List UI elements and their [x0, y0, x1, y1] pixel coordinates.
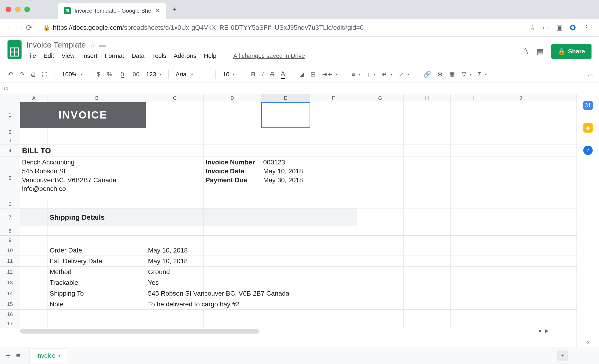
row-header-17[interactable]: 17: [0, 319, 20, 328]
cell-C4[interactable]: [146, 145, 204, 156]
explore-button[interactable]: ✦: [557, 350, 568, 361]
cell-J7[interactable]: [497, 208, 544, 226]
cell-J4[interactable]: [497, 145, 544, 156]
cell-C15[interactable]: To be delivered to cargo bay #2: [146, 299, 204, 310]
cell-A11[interactable]: [20, 256, 48, 266]
cell-E2[interactable]: [261, 128, 310, 136]
cell-A2[interactable]: [20, 128, 48, 136]
cell-D6[interactable]: [204, 200, 261, 208]
cell-F4[interactable]: [310, 145, 357, 156]
cell-E16[interactable]: [261, 310, 310, 319]
cell-G1[interactable]: [357, 102, 404, 128]
text-wrap-icon[interactable]: ↵: [379, 69, 395, 80]
cell-D8[interactable]: [204, 226, 261, 236]
cell-B16[interactable]: [48, 310, 146, 319]
row-header-13[interactable]: 13: [0, 277, 20, 288]
row-header-16[interactable]: 16: [0, 310, 20, 319]
cell-invoice-banner[interactable]: INVOICE: [20, 102, 146, 128]
chrome-menu-icon[interactable]: ⋮: [583, 24, 590, 31]
cell-A8[interactable]: [20, 226, 48, 236]
cell-C17[interactable]: [146, 319, 204, 328]
scroll-right-icon[interactable]: ▶: [543, 328, 551, 334]
v-align-icon[interactable]: ↓: [365, 69, 378, 80]
window-maximize[interactable]: [24, 7, 30, 12]
save-status[interactable]: All changes saved in Drive: [233, 52, 305, 60]
cell-F7[interactable]: [310, 208, 357, 226]
menu-view[interactable]: View: [62, 52, 75, 60]
cell-I6[interactable]: [450, 200, 497, 208]
cell-H14[interactable]: [404, 288, 450, 299]
cell-H12[interactable]: [404, 266, 450, 277]
cell-J6[interactable]: [497, 200, 544, 208]
row-header-2[interactable]: 2: [0, 128, 20, 136]
cell-J3[interactable]: [497, 136, 544, 145]
cell-D14[interactable]: [204, 288, 261, 299]
cell-F5[interactable]: [310, 156, 357, 200]
insert-comment-icon[interactable]: ⊕: [435, 69, 445, 80]
collapse-toolbar-icon[interactable]: ︿: [588, 71, 593, 78]
cell-D5[interactable]: Invoice Number Invoice Date Payment Due: [204, 156, 261, 200]
window-minimize[interactable]: [15, 7, 21, 12]
cell-F14[interactable]: [310, 288, 357, 299]
menu-file[interactable]: File: [26, 52, 36, 60]
column-header-F[interactable]: F: [310, 94, 357, 102]
cell-G7[interactable]: [357, 208, 404, 226]
cell-H11[interactable]: [404, 256, 450, 266]
font-size-dropdown[interactable]: 10: [220, 69, 239, 80]
insert-chart-icon[interactable]: ▦: [447, 69, 457, 80]
cell-J5[interactable]: [497, 156, 544, 200]
currency-icon[interactable]: $: [95, 69, 103, 80]
cell-G5[interactable]: [357, 156, 404, 200]
cell-E15[interactable]: [261, 299, 310, 310]
tasks-sidebar-icon[interactable]: ✓: [583, 146, 593, 155]
cell-G6[interactable]: [357, 200, 404, 208]
column-header-G[interactable]: G: [357, 94, 404, 102]
cell-I3[interactable]: [450, 136, 497, 145]
cell-G11[interactable]: [357, 256, 404, 266]
row-header-7[interactable]: 7: [0, 208, 20, 226]
borders-icon[interactable]: ⊞: [308, 69, 318, 80]
cell-E11[interactable]: [261, 256, 310, 266]
cells-area[interactable]: INVOICEBILL TOBench Accounting 545 Robso…: [20, 102, 577, 328]
cell-I11[interactable]: [450, 256, 497, 266]
cell-D1[interactable]: [204, 102, 261, 128]
undo-icon[interactable]: ↶: [6, 69, 16, 80]
cell-A4[interactable]: BILL TO: [20, 145, 48, 156]
cell-B2[interactable]: [48, 128, 146, 136]
cell-A16[interactable]: [20, 310, 48, 319]
cell-H15[interactable]: [404, 299, 450, 310]
share-button[interactable]: 🔒 Share: [551, 44, 591, 59]
cell-C13[interactable]: Yes: [146, 277, 204, 288]
menu-data[interactable]: Data: [132, 52, 144, 60]
filter-icon[interactable]: ▽: [459, 69, 474, 80]
cell-G4[interactable]: [357, 145, 404, 156]
new-tab-button[interactable]: +: [172, 5, 177, 14]
cell-C6[interactable]: [146, 200, 204, 208]
cell-I4[interactable]: [450, 145, 497, 156]
menu-insert[interactable]: Insert: [82, 52, 97, 60]
cell-I17[interactable]: [450, 319, 497, 328]
cell-E4[interactable]: [261, 145, 310, 156]
side-panel-collapse-icon[interactable]: ›: [587, 338, 589, 346]
cell-A13[interactable]: [20, 277, 48, 288]
cell-I12[interactable]: [450, 266, 497, 277]
paint-format-icon[interactable]: ⬚: [39, 69, 50, 80]
cell-H4[interactable]: [404, 145, 450, 156]
tab-close-icon[interactable]: ✕: [155, 7, 160, 15]
cell-E14[interactable]: [261, 288, 310, 299]
sheet-tab-invoice[interactable]: Invoice ▾: [29, 348, 67, 363]
menu-help[interactable]: Help: [204, 52, 216, 60]
row-header-6[interactable]: 6: [0, 200, 20, 208]
cell-J1[interactable]: [497, 102, 544, 128]
cell-F2[interactable]: [310, 128, 357, 136]
cell-B15[interactable]: Note: [48, 299, 146, 310]
cell-C8[interactable]: [146, 226, 204, 236]
comments-icon[interactable]: ▤: [537, 47, 544, 56]
cell-D11[interactable]: [204, 256, 261, 266]
cell-D4[interactable]: [204, 145, 261, 156]
text-color-icon[interactable]: A: [278, 69, 287, 80]
activity-icon[interactable]: 〽: [522, 47, 529, 56]
font-dropdown[interactable]: Arial: [173, 69, 211, 80]
column-header-H[interactable]: H: [404, 94, 450, 102]
cell-F10[interactable]: [310, 245, 357, 256]
